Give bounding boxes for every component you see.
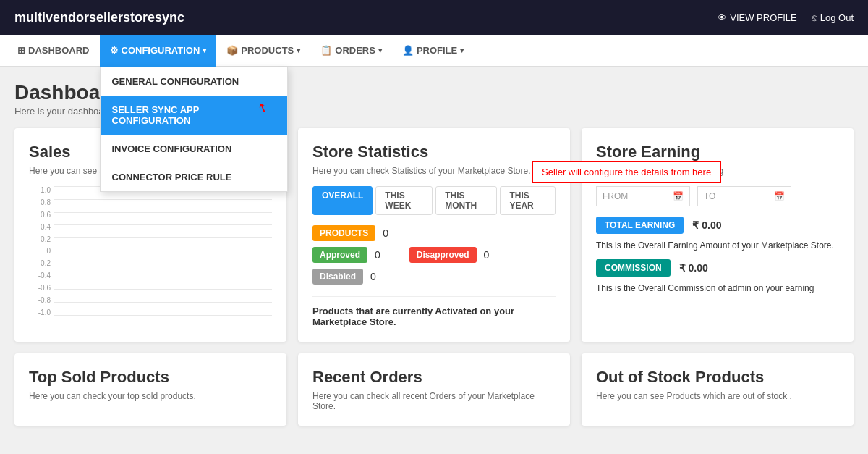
products-value: 0: [383, 227, 388, 239]
recent-orders-subtitle: Here you can check all recent Orders of …: [312, 391, 556, 411]
disabled-badge: Disabled: [312, 269, 363, 285]
from-label: FROM: [603, 191, 628, 201]
disabled-value: 0: [370, 271, 376, 282]
total-earning-value: ₹ 0.00: [692, 219, 721, 231]
out-of-stock-title: Out of Stock Products: [596, 368, 839, 387]
tab-this-month[interactable]: THIS MONTH: [435, 186, 497, 215]
view-profile-link[interactable]: 👁 VIEW PROFILE: [718, 12, 796, 23]
recent-orders-title: Recent Orders: [312, 368, 556, 387]
products-stat-row: PRODUCTS 0: [312, 225, 556, 241]
dashboard-icon: ⊞: [17, 45, 25, 56]
brand-name: multivendorsellerstoresync: [14, 10, 184, 25]
commission-badge: COMMISSION: [596, 259, 671, 277]
store-stats-subtitle: Here you can check Statistics of your Ma…: [312, 166, 556, 176]
calendar-icon-to: 📅: [774, 191, 785, 201]
orders-icon: 📋: [320, 45, 332, 56]
dropdown-item-invoice-config[interactable]: INVOICE CONFIGURATION: [101, 135, 287, 163]
chevron-down-icon: ▾: [460, 46, 464, 54]
recent-orders-card: Recent Orders Here you can check all rec…: [298, 353, 570, 426]
logout-link[interactable]: ⎋ Log Out: [812, 12, 854, 23]
chevron-down-icon: ▾: [378, 46, 382, 54]
total-earning-desc: This is the Overall Earning Amount of yo…: [596, 240, 839, 252]
tab-overall[interactable]: OVERALL: [312, 186, 373, 215]
products-badge: PRODUCTS: [312, 225, 375, 241]
menu-item-products[interactable]: 📦 PRODUCTS ▾: [216, 35, 310, 67]
menu-item-configuration[interactable]: ⚙ CONFIGURATION ▾ GENERAL CONFIGURATION …: [100, 35, 217, 67]
dropdown-item-general-config[interactable]: GENERAL CONFIGURATION: [101, 67, 287, 96]
commission-row: COMMISSION ₹ 0.00: [596, 259, 839, 277]
out-of-stock-card: Out of Stock Products Here you can see P…: [582, 353, 854, 426]
tab-this-week[interactable]: THIS WEEK: [375, 186, 433, 215]
to-label: TO: [704, 191, 715, 201]
store-stats-card: Store Statistics Here you can check Stat…: [298, 128, 570, 342]
menu-item-dashboard[interactable]: ⊞ DASHBOARD: [7, 35, 100, 67]
menu-navigation: ⊞ DASHBOARD ⚙ CONFIGURATION ▾ GENERAL CO…: [0, 35, 868, 67]
sales-chart: [54, 186, 272, 316]
commission-value: ₹ 0.00: [679, 262, 708, 274]
store-earning-title: Store Earning: [596, 143, 839, 161]
approved-disapproved-row: Approved 0 Disapproved 0: [312, 247, 556, 263]
profile-icon: 👤: [402, 45, 414, 56]
nav-actions: 👁 VIEW PROFILE ⎋ Log Out: [718, 12, 854, 23]
top-sold-subtitle: Here you can check your top sold product…: [29, 391, 272, 401]
approved-badge: Approved: [312, 247, 367, 263]
menu-item-orders[interactable]: 📋 ORDERS ▾: [310, 35, 392, 67]
date-row: FROM 📅 TO 📅: [596, 186, 839, 206]
menu-item-profile[interactable]: 👤 PROFILE ▾: [392, 35, 474, 67]
tab-this-year[interactable]: THIS YEAR: [500, 186, 556, 215]
callout-text: Seller will configure the details from h…: [532, 161, 721, 183]
from-date-input[interactable]: FROM 📅: [596, 186, 690, 206]
disabled-stat-row: Disabled 0: [312, 269, 556, 285]
top-sold-title: Top Sold Products: [29, 368, 272, 387]
products-icon: 📦: [226, 45, 238, 56]
to-date-input[interactable]: TO 📅: [697, 186, 791, 206]
eye-icon: 👁: [718, 12, 727, 23]
calendar-icon-from: 📅: [673, 191, 684, 201]
top-navigation: multivendorsellerstoresync 👁 VIEW PROFIL…: [0, 0, 868, 35]
bottom-card-row: Top Sold Products Here you can check you…: [14, 353, 854, 426]
chart-y-labels: 1.0 0.8 0.6 0.4 0.2 0 -0.2 -0.4 -0.6 -0.…: [29, 186, 51, 316]
chevron-down-icon: ▾: [203, 46, 206, 54]
out-of-stock-subtitle: Here you can see Products which are out …: [596, 391, 839, 401]
chevron-down-icon: ▾: [297, 46, 300, 54]
commission-desc: This is the Overall Commission of admin …: [596, 282, 839, 295]
total-earning-row: TOTAL EARNING ₹ 0.00: [596, 217, 839, 234]
disapproved-value: 0: [484, 249, 490, 261]
stats-footer: Products that are currently Activated on…: [312, 296, 556, 327]
store-stats-title: Store Statistics: [312, 143, 556, 161]
approved-value: 0: [375, 249, 380, 261]
top-sold-card: Top Sold Products Here you can check you…: [14, 353, 286, 426]
configuration-dropdown: GENERAL CONFIGURATION SELLER SYNC APP CO…: [100, 67, 288, 192]
stats-tabs: OVERALL THIS WEEK THIS MONTH THIS YEAR: [312, 186, 556, 215]
disapproved-badge: Disapproved: [409, 247, 477, 263]
logout-icon: ⎋: [812, 12, 817, 23]
total-earning-badge: TOTAL EARNING: [596, 217, 684, 234]
gear-icon: ⚙: [110, 45, 119, 56]
dropdown-item-connector-price[interactable]: CONNECTOR PRICE RULE: [101, 163, 287, 191]
